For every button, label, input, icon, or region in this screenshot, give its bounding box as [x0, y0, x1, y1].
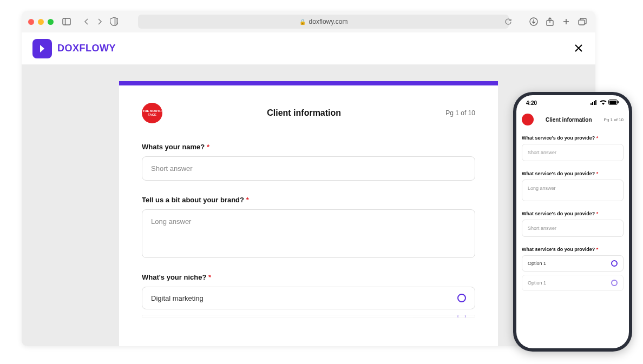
short-answer-input[interactable]: Short answer — [142, 156, 475, 181]
new-tab-icon[interactable] — [562, 17, 570, 26]
niche-option-2[interactable] — [142, 315, 475, 318]
signal-icon — [590, 100, 598, 106]
brand-logo: THE NORTH FACE — [142, 103, 162, 123]
logo-mark-icon — [32, 39, 52, 58]
svg-rect-11 — [618, 101, 619, 103]
svg-rect-7 — [594, 101, 595, 105]
mobile-form-body: What service's do you provide? * Short a… — [516, 130, 629, 291]
mobile-option-2[interactable]: Option 1 — [522, 275, 624, 291]
share-icon[interactable] — [546, 17, 554, 26]
svg-rect-6 — [592, 102, 593, 105]
lock-icon: 🔒 — [299, 19, 306, 25]
mobile-time: 4:20 — [526, 100, 537, 106]
mobile-q-label: What service's do you provide? * — [522, 171, 624, 176]
download-icon[interactable] — [529, 17, 538, 26]
radio-icon — [457, 294, 466, 302]
battery-icon — [608, 100, 619, 106]
svg-rect-10 — [609, 101, 616, 104]
option-text: Option 1 — [528, 280, 546, 286]
window-maximize-button[interactable] — [48, 19, 54, 25]
reload-button[interactable] — [503, 17, 513, 27]
long-answer-input[interactable]: Long answer — [142, 209, 475, 258]
mobile-q-label: What service's do you provide? * — [522, 135, 624, 141]
mobile-question-3: What service's do you provide? * Short a… — [522, 211, 624, 237]
required-star: * — [208, 273, 211, 281]
form-body: Whats your name? * Short answer Tell us … — [119, 132, 498, 340]
url-text: doxflowy.com — [309, 18, 348, 25]
mobile-option-1[interactable]: Option 1 — [522, 255, 624, 272]
svg-rect-4 — [579, 20, 585, 25]
privacy-shield-icon[interactable] — [110, 17, 119, 26]
question-name: Whats your name? * Short answer — [142, 143, 475, 181]
mobile-question-1: What service's do you provide? * Short a… — [522, 135, 624, 161]
address-bar[interactable]: 🔒 doxflowy.com — [138, 15, 509, 29]
mobile-brand-logo — [522, 114, 534, 125]
niche-option[interactable]: Digital marketing — [142, 287, 475, 309]
mobile-status-bar: 4:20 — [516, 95, 629, 110]
mobile-question-4: What service's do you provide? * Option … — [522, 247, 624, 291]
mobile-form-header: Client information Pg 1 of 10 — [516, 110, 629, 130]
logo-text: DOXFLOWY — [57, 43, 116, 54]
canvas-area: THE NORTH FACE Client information Pg 1 o… — [22, 65, 595, 346]
forward-button[interactable] — [95, 17, 104, 27]
mobile-q-label: What service's do you provide? * — [522, 247, 624, 252]
required-star: * — [207, 143, 209, 151]
page-counter: Pg 1 of 10 — [445, 109, 475, 117]
desktop-browser-frame: 🔒 doxflowy.com DOXFLOWY — [22, 11, 595, 346]
form-header: THE NORTH FACE Client information Pg 1 o… — [119, 85, 498, 132]
mobile-form-title: Client information — [546, 117, 592, 123]
mobile-q-label: What service's do you provide? * — [522, 211, 624, 216]
mobile-short-input[interactable]: Short answer — [522, 220, 624, 237]
browser-chrome: 🔒 doxflowy.com — [22, 11, 595, 32]
radio-icon — [611, 280, 618, 286]
mobile-page-counter: Pg 1 of 10 — [604, 117, 624, 122]
tabs-icon[interactable] — [578, 17, 587, 26]
wifi-icon — [600, 100, 607, 106]
form-title: Client information — [162, 108, 445, 118]
svg-rect-8 — [595, 100, 596, 105]
app-header: DOXFLOWY — [22, 32, 595, 65]
brand-logo-text: THE NORTH FACE — [142, 109, 162, 116]
form-card: THE NORTH FACE Client information Pg 1 o… — [119, 81, 498, 346]
required-star: * — [246, 196, 249, 204]
mobile-screen: 4:20 Client information Pg 1 of 10 What … — [516, 95, 629, 348]
question-label: What's your niche? * — [142, 273, 475, 281]
question-label: Whats your name? * — [142, 143, 475, 151]
back-button[interactable] — [82, 17, 91, 27]
option-text: Option 1 — [528, 261, 546, 266]
radio-icon — [611, 260, 618, 267]
window-close-button[interactable] — [28, 19, 34, 25]
question-niche: What's your niche? * Digital marketing — [142, 273, 475, 318]
svg-rect-5 — [590, 103, 592, 105]
radio-icon — [457, 315, 466, 318]
sidebar-toggle-icon[interactable] — [62, 17, 71, 26]
question-brand: Tell us a bit about your brand? * Long a… — [142, 196, 475, 258]
option-text: Digital marketing — [151, 294, 204, 302]
svg-rect-0 — [63, 18, 70, 25]
logo[interactable]: DOXFLOWY — [32, 39, 116, 58]
traffic-lights — [28, 19, 54, 25]
mobile-frame: 4:20 Client information Pg 1 of 10 What … — [513, 92, 632, 352]
window-minimize-button[interactable] — [38, 19, 44, 25]
mobile-long-input[interactable]: Long answer — [522, 180, 624, 201]
close-button[interactable] — [574, 43, 585, 54]
question-label: Tell us a bit about your brand? * — [142, 196, 475, 204]
mobile-short-input[interactable]: Short answer — [522, 144, 624, 161]
mobile-question-2: What service's do you provide? * Long an… — [522, 171, 624, 201]
